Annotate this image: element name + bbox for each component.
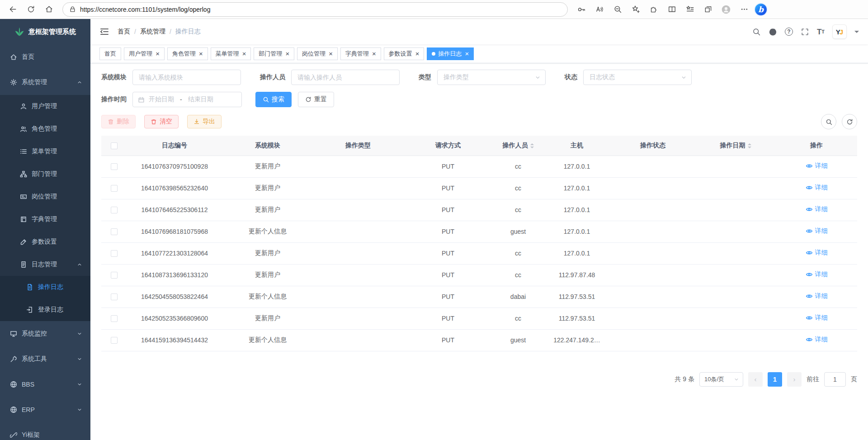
sidebar-item-menu-list-4[interactable]: 菜单管理 bbox=[0, 140, 90, 163]
font-size-button[interactable]: TT bbox=[817, 28, 825, 36]
row-checkbox[interactable] bbox=[111, 337, 118, 344]
row-checkbox[interactable] bbox=[111, 163, 118, 170]
breadcrumb-system[interactable]: 系统管理 bbox=[140, 28, 165, 36]
page-1-button[interactable]: 1 bbox=[768, 372, 782, 387]
status-select[interactable]: 日志状态 bbox=[583, 70, 692, 85]
help-button[interactable]: ? bbox=[785, 28, 793, 36]
goto-page-input[interactable] bbox=[824, 372, 846, 387]
sidebar-item-globe-15[interactable]: ERP bbox=[0, 397, 90, 422]
row-checkbox[interactable] bbox=[111, 228, 118, 235]
tab-5[interactable]: 岗位管理× bbox=[297, 47, 338, 60]
sidebar-item-dict-book-7[interactable]: 字典管理 bbox=[0, 208, 90, 231]
browser-profile-avatar[interactable] bbox=[718, 2, 734, 17]
tab-1[interactable]: 用户管理× bbox=[124, 47, 165, 60]
sidebar-item-role-3[interactable]: 角色管理 bbox=[0, 118, 90, 140]
detail-link[interactable]: 详细 bbox=[806, 314, 828, 322]
sort-carets-icon[interactable] bbox=[530, 143, 534, 148]
tab-7[interactable]: 参数设置× bbox=[384, 47, 425, 60]
tab-close-icon[interactable]: × bbox=[329, 50, 333, 57]
row-checkbox[interactable] bbox=[111, 207, 118, 213]
tab-close-icon[interactable]: × bbox=[199, 50, 203, 57]
sidebar-item-post-badge-6[interactable]: 岗位管理 bbox=[0, 185, 90, 208]
sidebar-item-monitor-12[interactable]: 系统监控 bbox=[0, 321, 90, 346]
tab-2[interactable]: 角色管理× bbox=[167, 47, 208, 60]
browser-refresh-button[interactable] bbox=[23, 2, 39, 17]
page-size-select[interactable]: 10条/页 bbox=[699, 372, 743, 387]
browser-more-button[interactable] bbox=[736, 2, 752, 17]
detail-link[interactable]: 详细 bbox=[806, 184, 828, 192]
sidebar-item-tool-13[interactable]: 系统工具 bbox=[0, 346, 90, 372]
tab-0[interactable]: 首页 bbox=[99, 47, 121, 60]
prev-page-button[interactable]: ‹ bbox=[748, 372, 763, 387]
detail-link[interactable]: 详细 bbox=[806, 270, 828, 279]
row-checkbox[interactable] bbox=[111, 250, 118, 257]
date-range-picker[interactable]: 开始日期 - 结束日期 bbox=[132, 92, 242, 107]
row-checkbox[interactable] bbox=[111, 293, 118, 300]
detail-link[interactable]: 详细 bbox=[806, 205, 828, 213]
select-all-checkbox[interactable] bbox=[111, 142, 118, 149]
clear-button[interactable]: 清空 bbox=[144, 115, 179, 128]
sidebar-item-operlog-doc-10[interactable]: 操作日志 bbox=[0, 276, 90, 298]
sidebar-item-home-0[interactable]: 首页 bbox=[0, 44, 90, 70]
tab-6[interactable]: 字典管理× bbox=[340, 47, 381, 60]
detail-link[interactable]: 详细 bbox=[806, 292, 828, 300]
read-aloud-button[interactable] bbox=[591, 2, 608, 17]
breadcrumb-home[interactable]: 首页 bbox=[118, 28, 130, 36]
zoom-out-button[interactable] bbox=[609, 2, 626, 17]
tab-close-icon[interactable]: × bbox=[242, 50, 246, 57]
sidebar-item-link-16[interactable]: Yi框架 bbox=[0, 422, 90, 440]
sidebar-item-log-folder-9[interactable]: 日志管理 bbox=[0, 253, 90, 276]
github-link[interactable] bbox=[769, 28, 777, 36]
header-search-button[interactable] bbox=[752, 28, 761, 36]
tab-close-icon[interactable]: × bbox=[372, 50, 376, 57]
search-button[interactable]: 搜索 bbox=[255, 92, 292, 107]
bing-copilot-icon[interactable]: b bbox=[754, 3, 768, 16]
sidebar-toggle-icon[interactable] bbox=[99, 27, 109, 36]
sidebar-item-user-2[interactable]: 用户管理 bbox=[0, 95, 90, 118]
tab-3[interactable]: 菜单管理× bbox=[211, 47, 251, 60]
tab-8[interactable]: 操作日志× bbox=[427, 47, 474, 60]
delete-button[interactable]: 删除 bbox=[101, 115, 136, 128]
add-favorite-button[interactable] bbox=[627, 2, 644, 17]
sort-carets-icon[interactable] bbox=[748, 143, 751, 148]
tab-close-icon[interactable]: × bbox=[465, 50, 469, 57]
column-header-operator[interactable]: 操作人员 bbox=[493, 136, 543, 156]
avatar-caret-icon[interactable] bbox=[854, 31, 859, 35]
column-header-oper-date[interactable]: 操作日期 bbox=[695, 136, 776, 156]
row-checkbox[interactable] bbox=[111, 272, 118, 279]
sidebar-item-param-edit-8[interactable]: 参数设置 bbox=[0, 231, 90, 253]
tab-close-icon[interactable]: × bbox=[415, 50, 420, 57]
browser-home-button[interactable] bbox=[41, 2, 57, 17]
collections-button[interactable] bbox=[700, 2, 716, 17]
type-select[interactable]: 操作类型 bbox=[437, 70, 546, 85]
sidebar-item-gear-1[interactable]: 系统管理 bbox=[0, 70, 90, 95]
split-screen-button[interactable] bbox=[664, 2, 680, 17]
module-input[interactable] bbox=[132, 70, 241, 85]
app-logo[interactable]: 意框架管理系统 bbox=[0, 19, 90, 44]
extensions-button[interactable] bbox=[646, 2, 662, 17]
password-key-icon[interactable] bbox=[573, 2, 590, 17]
detail-link[interactable]: 详细 bbox=[806, 227, 828, 235]
refresh-table-button[interactable] bbox=[842, 114, 857, 129]
row-checkbox[interactable] bbox=[111, 185, 118, 192]
reset-button[interactable]: 重置 bbox=[298, 92, 334, 107]
toggle-search-button[interactable] bbox=[821, 114, 836, 129]
export-button[interactable]: 导出 bbox=[187, 115, 222, 128]
row-checkbox[interactable] bbox=[111, 315, 118, 322]
operator-input[interactable] bbox=[291, 70, 400, 85]
detail-link[interactable]: 详细 bbox=[806, 336, 828, 344]
browser-back-button[interactable] bbox=[5, 2, 21, 17]
sidebar-item-globe-14[interactable]: BBS bbox=[0, 372, 90, 397]
detail-link[interactable]: 详细 bbox=[806, 249, 828, 257]
next-page-button[interactable]: › bbox=[787, 372, 802, 387]
sidebar-item-loginlog-doc-11[interactable]: 登录日志 bbox=[0, 298, 90, 321]
detail-link[interactable]: 详细 bbox=[806, 162, 828, 170]
fullscreen-button[interactable] bbox=[801, 28, 809, 36]
sidebar-item-dept-tree-5[interactable]: 部门管理 bbox=[0, 163, 90, 185]
tab-4[interactable]: 部门管理× bbox=[254, 47, 294, 60]
browser-address-bar[interactable]: https://ccnetcore.com:1101/system/log/op… bbox=[62, 2, 568, 17]
tab-close-icon[interactable]: × bbox=[285, 50, 289, 57]
user-avatar[interactable]: YJ bbox=[832, 24, 847, 39]
tab-close-icon[interactable]: × bbox=[156, 50, 160, 57]
favorites-bar-button[interactable] bbox=[682, 2, 698, 17]
